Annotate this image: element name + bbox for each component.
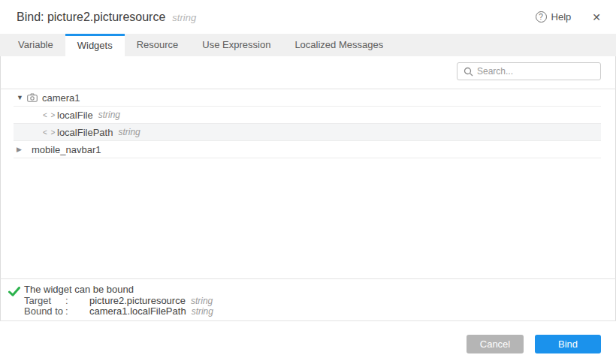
search-input[interactable] (457, 63, 600, 80)
tree-row-label: mobile_navbar1 (32, 144, 101, 155)
status-panel: The widget can be bound Target : picture… (0, 278, 616, 321)
tab-variable[interactable]: Variable (6, 34, 65, 56)
tree-row-localfile[interactable]: < > localFile string (14, 107, 601, 124)
tree-row-type: string (118, 127, 140, 137)
status-boundto-label: Bound to (24, 306, 65, 317)
cancel-button[interactable]: Cancel (467, 335, 524, 353)
help-label: Help (551, 11, 572, 23)
header-actions: ? Help ✕ (536, 11, 601, 23)
tree-row-localfilepath[interactable]: < > localFilePath string (14, 124, 601, 141)
tab-use-expression[interactable]: Use Expression (190, 34, 282, 56)
tree-row-camera1[interactable]: ▼ camera1 (14, 89, 601, 107)
tree-row-label: localFilePath (57, 127, 113, 138)
status-boundto-separator: : (65, 306, 89, 317)
tree-row-mobile-navbar1[interactable]: ▶ mobile_navbar1 (14, 141, 601, 158)
check-icon (8, 286, 20, 299)
status-message: The widget can be bound (24, 284, 616, 296)
tab-localized-messages[interactable]: Localized Messages (282, 34, 395, 56)
chevron-right-icon[interactable]: ▶ (17, 146, 26, 153)
status-boundto-row: Bound to : camera1.localFilePathstring (24, 306, 616, 317)
code-icon: < > (43, 128, 54, 137)
dialog-title: Bind: picture2.picturesource (17, 11, 165, 23)
bind-dialog: Bind: picture2.picturesourcestring ? Hel… (0, 0, 616, 364)
status-target-type: string (191, 296, 213, 306)
status-target-value: picture2.picturesourcestring (89, 296, 616, 307)
search-icon (464, 67, 473, 77)
tab-widgets[interactable]: Widgets (65, 34, 125, 56)
dialog-title-wrap: Bind: picture2.picturesourcestring (17, 11, 196, 24)
help-icon: ? (536, 11, 547, 23)
code-icon: < > (43, 111, 54, 119)
tab-bar: Variable Widgets Resource Use Expression… (0, 34, 616, 56)
status-target-row: Target : picture2.picturesourcestring (24, 296, 616, 307)
dialog-title-type: string (172, 12, 196, 23)
chevron-down-icon[interactable]: ▼ (17, 94, 26, 101)
tree-row-type: string (98, 110, 120, 120)
dialog-header: Bind: picture2.picturesourcestring ? Hel… (0, 0, 616, 34)
status-text: The widget can be bound Target : picture… (24, 284, 616, 317)
tree-row-label: camera1 (42, 92, 80, 104)
help-button[interactable]: ? Help (536, 11, 572, 23)
widget-tree: ▼ camera1 < > localFile string < > local… (14, 89, 601, 158)
tab-resource[interactable]: Resource (125, 34, 191, 56)
camera-icon (27, 93, 39, 102)
tree-row-label: localFile (57, 110, 93, 121)
status-boundto-type: string (192, 306, 213, 317)
status-target-label: Target (24, 296, 65, 307)
status-boundto-value: camera1.localFilePathstring (89, 306, 616, 317)
search-box[interactable] (457, 62, 601, 80)
close-icon[interactable]: ✕ (592, 11, 601, 23)
dialog-footer: Cancel Bind (0, 321, 616, 364)
bind-button[interactable]: Bind (535, 335, 601, 353)
status-target-separator: : (65, 296, 89, 307)
